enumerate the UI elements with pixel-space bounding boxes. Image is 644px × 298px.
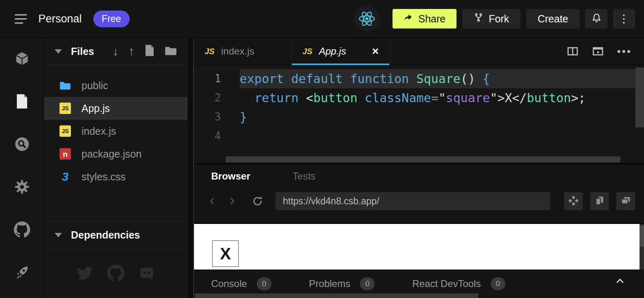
github-link-icon[interactable] [107,265,124,283]
devtools-button[interactable] [564,192,583,210]
editor-horizontal-scrollbar[interactable] [226,156,620,162]
new-file-icon[interactable] [144,44,155,58]
file-row-indexjs[interactable]: JS index.js [44,120,187,142]
plan-badge: Free [93,11,130,27]
dependencies-section-header[interactable]: Dependencies [44,221,187,250]
line-content: export default function Square() { [240,69,644,88]
preview-window-icon[interactable] [592,45,604,57]
line-number: 3 [194,107,240,127]
download-icon[interactable]: ↓ [112,45,119,57]
open-new-window-button[interactable] [616,192,635,210]
file-name: styles.css [82,171,126,183]
file-row-appjs[interactable]: JS App.js [44,97,187,120]
share-label: Share [418,13,446,25]
file-name: index.js [82,125,116,137]
twitter-icon[interactable] [76,265,93,283]
share-button[interactable]: Share [393,9,457,28]
tab-problems[interactable]: Problems 0 [309,277,375,290]
back-icon[interactable] [207,196,218,206]
browser-preview: X [194,223,644,270]
refresh-icon[interactable] [252,195,263,207]
rocket-icon [14,264,30,282]
browser-panel: Browser Tests [194,165,644,223]
console-count-badge: 0 [257,277,271,290]
code-line[interactable]: 1 export default function Square() { [194,69,644,88]
discord-icon[interactable] [138,265,155,283]
fork-label: Fork [489,13,509,25]
codesandbox-app: Personal Free Share [0,0,644,298]
tab-indexjs[interactable]: JS index.js [194,38,292,65]
close-icon[interactable]: × [372,46,379,57]
folder-icon [60,80,71,91]
files-section-header[interactable]: Files ↓ ↑ [44,38,187,65]
sidebar-item-files[interactable] [0,81,44,123]
dependencies-section-label: Dependencies [71,229,140,241]
tab-react-devtools[interactable]: React DevTools 0 [412,277,505,290]
file-row-public[interactable]: public [44,74,187,97]
top-bar: Personal Free Share [0,0,644,38]
url-input[interactable]: https://vkd4n8.csb.app/ [276,192,550,210]
more-options-button[interactable]: ⋮ [613,9,635,28]
sidebar-item-github[interactable] [0,209,44,252]
react-devtools-label: React DevTools [412,278,481,289]
share-arrow-icon [404,13,413,25]
line-content: return <button className="square">X</but… [240,88,644,107]
search-icon [14,136,30,154]
activity-bar [0,38,44,298]
css-icon: 3 [60,171,71,182]
react-logo-icon [354,6,379,31]
problems-count-badge: 0 [360,277,375,290]
line-content [240,127,644,146]
explorer-panel: Files ↓ ↑ public [44,38,193,298]
kebab-icon: ⋮ [618,12,630,25]
tab-tests[interactable]: Tests [293,171,315,182]
file-row-stylescss[interactable]: 3 styles.css [44,165,187,188]
editor-more-icon[interactable]: ••• [617,45,632,58]
sidebar-item-settings[interactable] [0,166,44,209]
editor-column: JS index.js JS App.js × [193,38,644,298]
sidebar-item-search[interactable] [0,123,44,166]
editor-vertical-scrollbar[interactable] [635,68,644,127]
workspace-name[interactable]: Personal [38,13,82,25]
upload-icon[interactable]: ↑ [128,45,135,57]
github-icon [14,221,30,239]
notifications-button[interactable] [585,9,607,28]
sidebar-item-explorer[interactable] [0,38,44,81]
code-line[interactable]: 4 [194,127,644,146]
split-view-icon[interactable] [567,45,579,57]
tab-browser[interactable]: Browser [211,171,250,182]
menu-icon[interactable] [15,14,27,24]
js-file-icon: JS [302,47,312,56]
code-lines: 1 export default function Square() { 2 r… [194,69,644,146]
fork-icon [474,13,483,25]
new-folder-icon[interactable] [165,45,177,57]
bottom-horizontal-scrollbar[interactable] [195,294,478,298]
social-links [44,250,187,298]
file-row-packagejson[interactable]: n package.json [44,142,187,165]
line-number: 2 [194,88,240,107]
react-devtools-count-badge: 0 [491,277,505,290]
chevron-down-icon [55,233,62,237]
create-label: Create [538,13,568,25]
code-line[interactable]: 3 } [194,107,644,127]
windows-icon [620,195,631,208]
js-icon: JS [60,125,71,137]
npm-icon: n [60,148,71,160]
file-name: App.js [82,103,110,114]
create-button[interactable]: Create [526,9,580,28]
tab-label: App.js [319,46,346,57]
code-editor[interactable]: 1 export default function Square() { 2 r… [194,65,644,163]
tab-appjs[interactable]: JS App.js × [292,38,390,65]
forward-icon[interactable] [227,196,237,206]
sidebar-item-deploy[interactable] [0,252,44,294]
file-list: public JS App.js JS index.js n package.j… [44,65,187,188]
explorer-spacer [44,188,187,221]
js-file-icon: JS [205,47,214,56]
tab-console[interactable]: Console 0 [211,277,271,290]
responsive-mode-button[interactable] [590,192,609,210]
code-line[interactable]: 2 return <button className="square">X</b… [194,88,644,107]
square-button[interactable]: X [212,240,239,267]
fork-button[interactable]: Fork [462,9,520,28]
chevron-up-icon[interactable] [615,277,625,287]
preview-scrollbar[interactable] [640,224,644,270]
